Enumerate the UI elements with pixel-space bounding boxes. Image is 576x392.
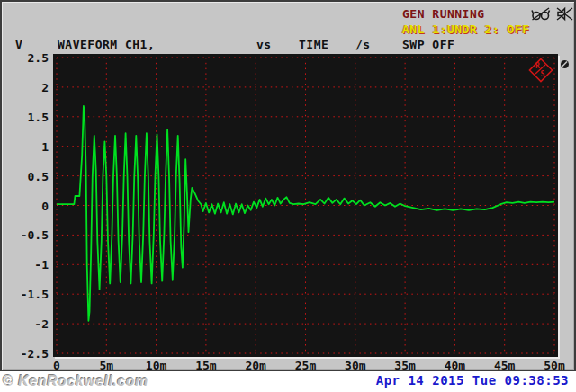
x-tick-label: 35m: [394, 359, 415, 372]
analyzer-screen: GEN RUNNING ANL 1:UNDR 2: OFF SWP OFF V …: [0, 0, 576, 392]
analyzer-status: ANL 1:UNDR 2: OFF: [402, 22, 530, 36]
y-tick-label: 1.5: [2, 111, 49, 124]
vs-label: vs: [256, 38, 272, 51]
y-tick-label: 0: [2, 200, 49, 213]
y-tick-label: 1: [2, 140, 49, 154]
x-tick-label: 0: [53, 359, 60, 372]
speaker-muted-icon: [557, 8, 572, 20]
waveform-chart: [53, 54, 558, 357]
headphones-off-icon: [532, 8, 550, 20]
waveform-plot-area: R S: [53, 54, 558, 357]
instrument-panel: GEN RUNNING ANL 1:UNDR 2: OFF SWP OFF V …: [0, 0, 576, 371]
x-tick-label: 30m: [345, 359, 365, 372]
y-tick-label: -1.5: [2, 288, 49, 301]
y-tick-label: -0.5: [2, 228, 49, 242]
rohde-schwarz-logo-icon: R S: [528, 58, 554, 83]
trace-title: WAVEFORM CH1,: [58, 38, 155, 51]
svg-text:S: S: [541, 70, 545, 78]
x-tick-label: 10m: [146, 359, 166, 372]
y-tick-label: 2: [2, 81, 49, 94]
y-tick-label: -1: [2, 258, 49, 272]
x-tick-label: 40m: [445, 359, 465, 372]
sweep-status: SWP OFF: [402, 38, 454, 51]
x-tick-label: 45m: [494, 359, 515, 372]
footer-strip: © KenRockwell.com Apr 14 2015 Tue 09:38:…: [0, 371, 576, 392]
watermark-text: © KenRockwell.com: [3, 373, 148, 389]
datetime-display: Apr 14 2015 Tue 09:38:53: [376, 373, 569, 388]
y-tick-label: 0.5: [2, 170, 49, 183]
y-tick-label: -2.5: [2, 347, 49, 361]
y-tick-label: 2.5: [2, 51, 49, 65]
y-tick-label: -2: [2, 317, 49, 331]
x-tick-label: 50m: [544, 359, 564, 372]
generator-status: GEN RUNNING: [402, 7, 485, 21]
y-axis-unit-label: V: [15, 38, 22, 51]
x-tick-label: 25m: [295, 359, 316, 372]
x-axis-quantity-label: TIME: [299, 38, 328, 51]
svg-text:R: R: [536, 62, 540, 70]
x-axis-unit-label: /s: [356, 38, 371, 51]
x-tick-label: 5m: [99, 359, 113, 372]
waveform-trace: [57, 106, 554, 321]
x-tick-label: 15m: [195, 359, 216, 372]
indicator-dot-icon: [560, 59, 570, 69]
x-tick-label: 20m: [245, 359, 266, 372]
status-icons: [531, 6, 574, 22]
